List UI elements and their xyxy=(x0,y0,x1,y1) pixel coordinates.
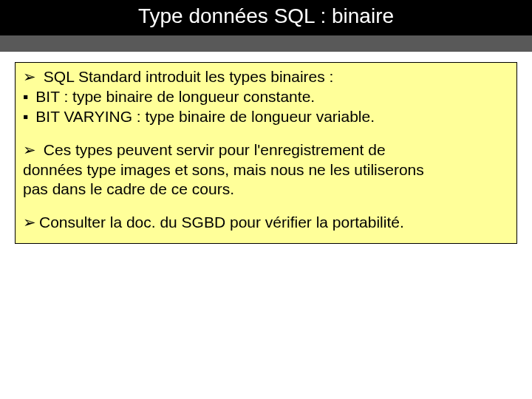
header-stripe xyxy=(0,35,532,52)
text: SQL Standard introduit les types binaire… xyxy=(39,68,333,85)
text: BIT : type binaire de longueur constante… xyxy=(31,88,315,105)
text: Consulter la doc. du SGBD pour vérifier … xyxy=(39,214,404,231)
line: pas dans le cadre de ce cours. xyxy=(23,180,509,200)
chevron-right-icon: ➢ xyxy=(23,67,36,87)
chevron-right-icon: ➢ xyxy=(23,140,36,160)
paragraph-3: ➢Consulter la doc. du SGBD pour vérifier… xyxy=(23,213,509,233)
text: pas dans le cadre de ce cours. xyxy=(23,180,234,197)
line: ➢ Ces types peuvent servir pour l'enregi… xyxy=(23,140,509,160)
line: ➢Consulter la doc. du SGBD pour vérifier… xyxy=(23,213,509,233)
paragraph-2: ➢ Ces types peuvent servir pour l'enregi… xyxy=(23,140,509,200)
square-bullet-icon: ▪ xyxy=(23,87,28,107)
chevron-right-icon: ➢ xyxy=(23,213,36,233)
text: Ces types peuvent servir pour l'enregist… xyxy=(39,141,386,158)
content-box: ➢ SQL Standard introduit les types binai… xyxy=(15,62,517,244)
line: ▪ BIT : type binaire de longueur constan… xyxy=(23,87,509,107)
text: BIT VARYING : type binaire de longueur v… xyxy=(31,108,375,125)
text: données type images et sons, mais nous n… xyxy=(23,161,424,178)
line: ➢ SQL Standard introduit les types binai… xyxy=(23,67,509,87)
slide-title: Type données SQL : binaire xyxy=(0,4,532,28)
slide-header: Type données SQL : binaire xyxy=(0,0,532,52)
square-bullet-icon: ▪ xyxy=(23,107,28,127)
paragraph-1: ➢ SQL Standard introduit les types binai… xyxy=(23,67,509,127)
line: données type images et sons, mais nous n… xyxy=(23,160,509,180)
line: ▪ BIT VARYING : type binaire de longueur… xyxy=(23,107,509,127)
